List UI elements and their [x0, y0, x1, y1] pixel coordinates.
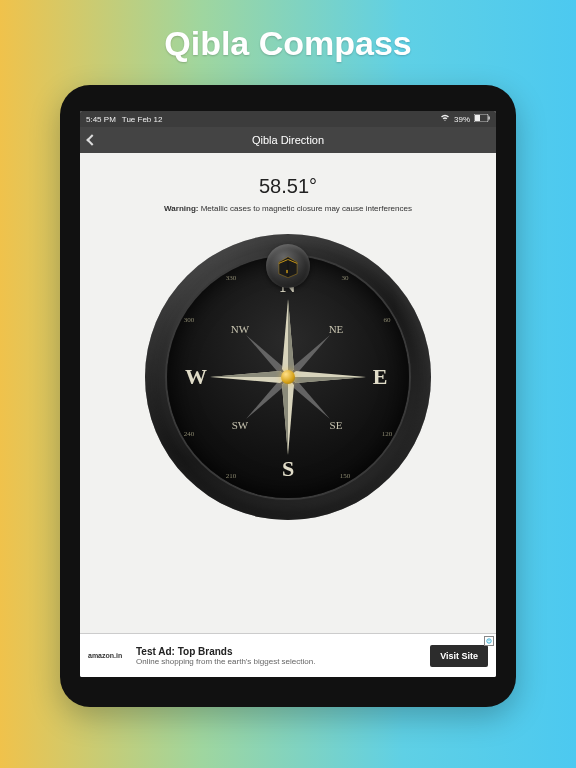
- compass-e: E: [373, 364, 388, 390]
- warning-body: Metallic cases to magnetic closure may c…: [198, 204, 411, 213]
- device-frame: 5:45 PM Tue Feb 12 39% Qibla Direction: [60, 85, 516, 707]
- qibla-degree: 58.51°: [259, 175, 317, 198]
- compass-deg-330: 330: [226, 274, 237, 282]
- warning-text: Warning: Metallic cases to magnetic clos…: [164, 204, 412, 214]
- device-screen: 5:45 PM Tue Feb 12 39% Qibla Direction: [80, 111, 496, 677]
- promo-title: Qibla Compass: [164, 24, 412, 63]
- svg-marker-10: [288, 299, 294, 377]
- compass-deg-120: 120: [382, 430, 393, 438]
- ad-banner[interactable]: amazon.in Test Ad: Top Brands Online sho…: [80, 633, 496, 677]
- back-icon[interactable]: [86, 134, 97, 145]
- ad-close-icon[interactable]: [484, 636, 494, 646]
- compass-ne: NE: [329, 323, 344, 335]
- warning-label: Warning:: [164, 204, 198, 213]
- compass-w: W: [185, 364, 207, 390]
- compass-s: S: [282, 456, 294, 482]
- battery-percent: 39%: [454, 115, 470, 124]
- svg-marker-16: [210, 371, 288, 377]
- compass-nw: NW: [231, 323, 249, 335]
- kaaba-icon: [266, 244, 310, 288]
- compass-hub-icon: [281, 370, 295, 384]
- compass: N E S W NE SE SW NW 30 60 120 150 210 24…: [145, 234, 431, 520]
- compass-deg-240: 240: [184, 430, 195, 438]
- status-date: Tue Feb 12: [122, 115, 163, 124]
- compass-se: SE: [330, 419, 343, 431]
- compass-deg-150: 150: [340, 472, 351, 480]
- svg-marker-12: [288, 377, 366, 383]
- ad-cta-button[interactable]: Visit Site: [430, 645, 488, 667]
- svg-marker-5: [288, 335, 330, 377]
- main-content: 58.51° Warning: Metallic cases to magnet…: [80, 153, 496, 633]
- svg-marker-14: [282, 377, 288, 455]
- svg-point-19: [489, 642, 490, 643]
- svg-marker-8: [246, 377, 288, 419]
- svg-rect-1: [475, 115, 480, 121]
- compass-sw: SW: [232, 419, 249, 431]
- svg-marker-6: [246, 335, 288, 377]
- ad-brand: amazon.in: [88, 652, 128, 659]
- status-bar: 5:45 PM Tue Feb 12 39%: [80, 111, 496, 127]
- svg-marker-7: [288, 377, 330, 419]
- battery-icon: [474, 114, 490, 124]
- ad-subtitle: Online shopping from the earth's biggest…: [136, 657, 422, 666]
- wifi-icon: [440, 114, 450, 124]
- compass-deg-60: 60: [384, 316, 391, 324]
- compass-deg-210: 210: [226, 472, 237, 480]
- svg-rect-2: [489, 117, 490, 120]
- nav-bar: Qibla Direction: [80, 127, 496, 153]
- compass-deg-300: 300: [184, 316, 195, 324]
- compass-deg-30: 30: [342, 274, 349, 282]
- nav-title: Qibla Direction: [252, 134, 324, 146]
- svg-rect-3: [286, 270, 288, 273]
- status-time: 5:45 PM: [86, 115, 116, 124]
- ad-title: Test Ad: Top Brands: [136, 646, 422, 657]
